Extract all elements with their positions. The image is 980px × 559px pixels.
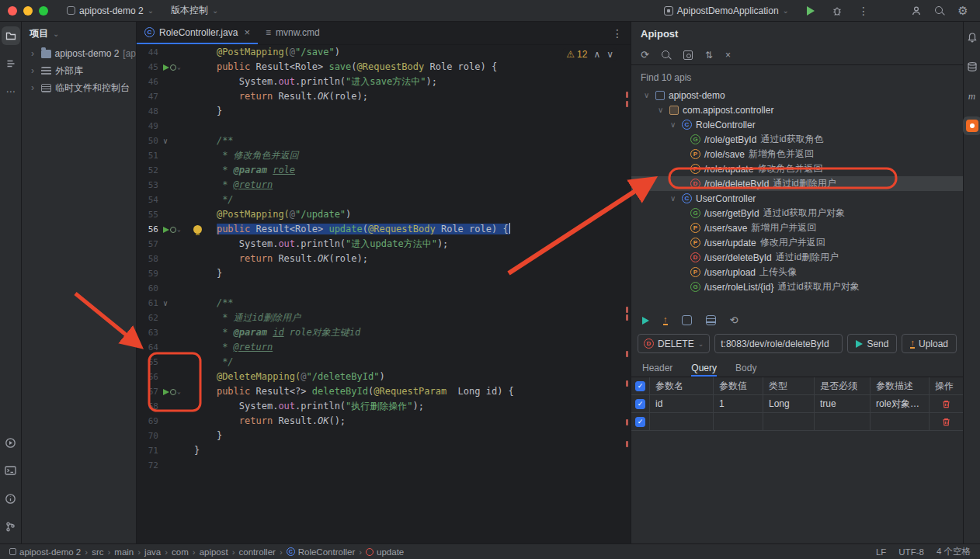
- breadcrumb-item[interactable]: CRoleController: [287, 547, 356, 557]
- api-endpoint-item[interactable]: P/user/save新增用户并返回: [631, 220, 963, 235]
- close-window-button[interactable]: [8, 6, 17, 16]
- upload-icon[interactable]: [663, 315, 668, 325]
- code-line[interactable]: 72: [137, 458, 631, 473]
- project-tool-button[interactable]: [2, 26, 20, 45]
- request-tab-body[interactable]: Body: [735, 363, 756, 377]
- code-line[interactable]: 71}: [137, 443, 631, 458]
- api-endpoint-item[interactable]: G/user/getById通过id获取用户对象: [631, 206, 963, 220]
- expand-collapse-icon[interactable]: [705, 50, 713, 61]
- request-url-input[interactable]: [714, 334, 843, 353]
- project-tree-item[interactable]: 临时文件和控制台: [22, 79, 136, 96]
- param-cell[interactable]: [714, 413, 763, 430]
- param-cell[interactable]: [871, 413, 930, 430]
- encoding-widget[interactable]: UTF-8: [898, 547, 924, 557]
- param-cell[interactable]: true: [815, 395, 871, 412]
- api-endpoint-item[interactable]: P/role/update修改角色并返回: [631, 161, 963, 176]
- send-button[interactable]: Send: [847, 334, 897, 353]
- code-line[interactable]: 54 */: [137, 193, 631, 207]
- method-select[interactable]: D DELETE: [638, 334, 710, 353]
- project-tree-item[interactable]: apipost-demo 2 [ap: [22, 45, 136, 62]
- param-cell[interactable]: [763, 413, 815, 430]
- project-selector[interactable]: apipost-demo 2: [62, 4, 158, 18]
- chevron-right-icon[interactable]: [31, 65, 37, 76]
- settings-button[interactable]: [954, 2, 972, 20]
- code-line[interactable]: 48 }: [137, 104, 631, 119]
- more-tool-windows-button[interactable]: [2, 82, 20, 101]
- history-icon[interactable]: [730, 314, 738, 326]
- api-tree-node[interactable]: com.apipost.controller: [631, 102, 963, 117]
- code-line[interactable]: 51 * 修改角色并返回: [137, 148, 631, 163]
- upload-button[interactable]: Upload: [902, 334, 957, 353]
- indent-widget[interactable]: 4 个空格: [937, 546, 971, 557]
- debug-send-icon[interactable]: [642, 317, 649, 325]
- code-line[interactable]: 64 * @return: [137, 340, 631, 355]
- breadcrumb-item[interactable]: main: [114, 547, 134, 557]
- code-line[interactable]: 45 public Result<Role> save(@RequestBody…: [137, 60, 631, 75]
- inspections-widget[interactable]: 12: [563, 48, 617, 61]
- code-line[interactable]: 67 public Result<?> deleteById(@RequestP…: [137, 384, 631, 399]
- intention-bulb-icon[interactable]: [193, 225, 202, 234]
- line-separator-widget[interactable]: LF: [876, 547, 886, 557]
- param-cell[interactable]: Long: [763, 395, 815, 412]
- code-line[interactable]: 60: [137, 281, 631, 296]
- api-tree-node[interactable]: apipost-demo: [631, 88, 963, 102]
- code-line[interactable]: 59 }: [137, 266, 631, 281]
- api-endpoint-item[interactable]: D/user/deleteById通过id删除用户: [631, 250, 963, 265]
- chevron-down-icon[interactable]: [644, 91, 652, 99]
- close-icon[interactable]: [725, 50, 731, 61]
- tab-options-button[interactable]: [604, 22, 631, 44]
- code-line[interactable]: 52 * @param role: [137, 163, 631, 178]
- code-line[interactable]: 55 @PostMapping(@"/update"): [137, 207, 631, 222]
- code-editor[interactable]: 44 @PostMapping(@"/save")45 public Resul…: [137, 45, 631, 543]
- vcs-widget[interactable]: 版本控制: [166, 2, 223, 19]
- api-gutter-icon[interactable]: [163, 384, 181, 399]
- api-endpoint-item[interactable]: D/role/deleteById通过id删除用户: [631, 176, 963, 191]
- profile-button[interactable]: [907, 2, 926, 20]
- code-line[interactable]: 47 return Result.OK(role);: [137, 89, 631, 104]
- save-api-icon[interactable]: [682, 315, 692, 325]
- notifications-button[interactable]: [963, 28, 980, 47]
- breadcrumb-item[interactable]: com: [172, 547, 189, 557]
- search-icon[interactable]: [662, 50, 671, 60]
- vcs-tool-window-button[interactable]: [2, 517, 20, 536]
- project-tree-item[interactable]: 外部库: [22, 62, 136, 79]
- docs-icon[interactable]: [706, 315, 716, 325]
- code-line[interactable]: 69 return Result.OK();: [137, 414, 631, 429]
- breadcrumb-item[interactable]: java: [144, 547, 161, 557]
- locate-icon[interactable]: [683, 50, 693, 60]
- code-line[interactable]: 70 }: [137, 429, 631, 443]
- minimize-window-button[interactable]: [23, 6, 33, 16]
- chevron-right-icon[interactable]: [31, 48, 37, 59]
- editor-tab[interactable]: mvnw.cmd: [258, 22, 328, 44]
- api-tree-node[interactable]: CRoleController: [631, 117, 963, 132]
- api-endpoint-item[interactable]: G/user/roleList/{id}通过id获取用户对象: [631, 280, 963, 294]
- chevron-right-icon[interactable]: [31, 82, 37, 93]
- prev-problem-button[interactable]: [593, 49, 600, 60]
- api-gutter-icon[interactable]: [163, 222, 181, 237]
- run-button[interactable]: [801, 2, 820, 20]
- project-panel-header[interactable]: 项目: [22, 22, 136, 45]
- code-line[interactable]: 46 System.out.println("进入save方法中");: [137, 75, 631, 89]
- code-line[interactable]: 53 * @return: [137, 178, 631, 193]
- breadcrumb-item[interactable]: apipost-demo 2: [9, 547, 81, 557]
- debug-button[interactable]: [828, 2, 846, 20]
- delete-param-button[interactable]: [930, 395, 963, 412]
- zoom-window-button[interactable]: [39, 6, 48, 16]
- param-cell[interactable]: [650, 413, 714, 430]
- search-everywhere-button[interactable]: [930, 2, 949, 20]
- run-config-selector[interactable]: ApipostDemoApplication: [659, 4, 794, 18]
- close-icon[interactable]: [244, 26, 250, 38]
- run-tool-window-button[interactable]: [2, 433, 20, 452]
- api-gutter-icon[interactable]: [163, 60, 181, 75]
- code-line[interactable]: 49: [137, 119, 631, 134]
- next-problem-button[interactable]: [606, 49, 613, 60]
- api-endpoint-item[interactable]: P/role/save新增角色并返回: [631, 147, 963, 161]
- database-tool-button[interactable]: [963, 57, 980, 76]
- breadcrumb-item[interactable]: apipost: [200, 547, 228, 557]
- code-line[interactable]: 65 */: [137, 355, 631, 370]
- apipost-tool-button[interactable]: [963, 116, 980, 135]
- api-tree-node[interactable]: CUserController: [631, 191, 963, 206]
- code-line[interactable]: 50 /**: [137, 134, 631, 148]
- fold-icon[interactable]: [163, 134, 168, 148]
- code-line[interactable]: 63 * @param id role对象主键id: [137, 325, 631, 340]
